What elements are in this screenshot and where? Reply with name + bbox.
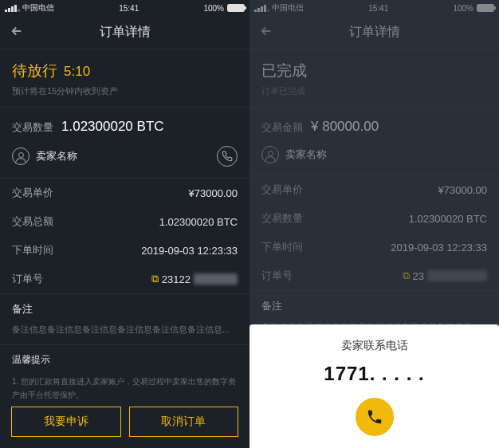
amount-label: 交易金额: [261, 120, 303, 135]
remark-title: 备注: [261, 299, 487, 313]
order-id[interactable]: ⧉ 23122: [151, 273, 238, 285]
detail-label: 交易总额: [12, 214, 53, 229]
page-title: 订单详情: [100, 24, 151, 41]
order-status-block: 待放行 5:10 预计将在15分钟内收到资产: [0, 49, 250, 107]
call-button[interactable]: [356, 398, 394, 436]
detail-label: 订单号: [12, 272, 43, 286]
detail-value: 1.02300020 BTC: [409, 213, 487, 225]
call-seller-button[interactable]: [217, 146, 238, 167]
tips-title: 温馨提示: [12, 353, 238, 367]
redacted: [194, 273, 238, 285]
status-text: 已完成: [261, 61, 307, 81]
nav-bar: 订单详情: [0, 16, 250, 49]
tip-line: 1. 您的汇款将直接进入卖家账户，交易过程中卖家出售的数字资产由平台托管保护。: [12, 375, 238, 402]
sheet-title: 卖家联系电话: [341, 339, 408, 353]
detail-value: 2019-09-03 12:23:33: [141, 245, 238, 257]
back-button[interactable]: [259, 22, 273, 43]
detail-value: 2019-09-03 12:23:33: [391, 242, 487, 253]
screen-completed: 中国电信 15:41 100% 订单详情 已完成 订单已完成 交易金额 ¥ 80…: [250, 0, 499, 448]
carrier: 中国电信: [22, 2, 54, 14]
detail-value: ¥73000.00: [189, 187, 238, 199]
screen-pending: 中国电信 15:41 100% 订单详情 待放行 5:10 预计将在15分钟内收…: [0, 0, 250, 448]
amount-value: 1.02300020 BTC: [61, 119, 164, 135]
contact-sheet: 卖家联系电话 1771. . . . .: [250, 324, 499, 448]
detail-label: 下单时间: [12, 243, 53, 257]
back-button[interactable]: [10, 22, 24, 43]
clock: 15:41: [119, 4, 139, 13]
status-bar: 中国电信 15:41 100%: [0, 0, 250, 16]
countdown: 5:10: [64, 64, 90, 80]
status-bar: 中国电信 15:41 100%: [250, 0, 499, 16]
cancel-order-button[interactable]: 取消订单: [129, 407, 239, 437]
detail-value: ¥73000.00: [438, 184, 487, 196]
battery-icon: [477, 4, 494, 12]
status-subtitle: 预计将在15分钟内收到资产: [12, 85, 238, 97]
nav-bar: 订单详情: [250, 16, 499, 49]
page-title: 订单详情: [349, 24, 400, 41]
order-id[interactable]: ⧉ 23: [403, 269, 487, 282]
battery-pct: 100%: [203, 4, 224, 13]
copy-icon: ⧉: [403, 269, 410, 282]
clock: 15:41: [368, 4, 388, 13]
status-text: 待放行: [12, 61, 57, 81]
order-status-block: 已完成 订单已完成: [250, 49, 499, 107]
signal-icon: [5, 5, 20, 12]
status-subtitle: 订单已完成: [261, 85, 487, 97]
remark-title: 备注: [12, 302, 238, 316]
user-icon: [261, 146, 279, 163]
battery-pct: 100%: [453, 4, 473, 13]
detail-label: 交易单价: [261, 183, 303, 197]
carrier: 中国电信: [272, 2, 304, 14]
detail-label: 交易单价: [12, 186, 53, 200]
amount-value: ¥ 80000.00: [311, 119, 379, 135]
redacted: [427, 270, 487, 281]
appeal-button[interactable]: 我要申诉: [11, 407, 121, 437]
amount-label: 交易数量: [12, 120, 53, 135]
detail-value: 1.02300020 BTC: [159, 216, 238, 228]
phone-number: 1771. . . . .: [324, 363, 424, 385]
seller-name: 卖家名称: [36, 149, 77, 163]
detail-label: 交易数量: [261, 211, 303, 226]
detail-label: 订单号: [261, 269, 293, 283]
battery-icon: [227, 4, 245, 12]
detail-label: 下单时间: [261, 240, 303, 254]
signal-icon: [254, 5, 269, 12]
remark-text: 备注信息备注信息备注信息备注信息备注信息备注信息...: [12, 323, 238, 336]
bottom-actions: 我要申诉 取消订单: [0, 399, 250, 448]
copy-icon: ⧉: [151, 273, 159, 285]
user-icon: [12, 147, 29, 165]
seller-name: 卖家名称: [285, 147, 327, 162]
